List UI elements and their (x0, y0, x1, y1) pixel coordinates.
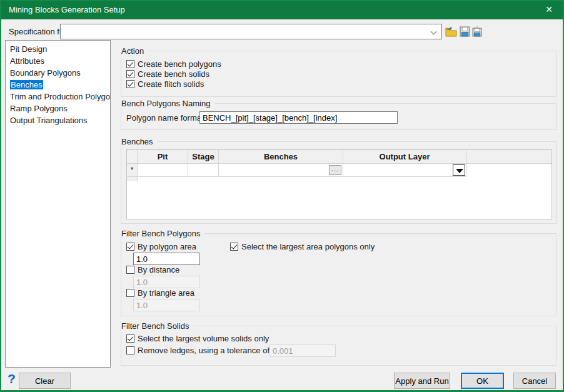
column-header-filler (466, 150, 551, 164)
cell-filler (466, 164, 551, 177)
group-action-title: Action (121, 46, 148, 56)
sidebar-item-ramp-polygons[interactable]: Ramp Polygons (6, 103, 110, 114)
sidebar-item-trim-and-production-polygons[interactable]: Trim and Production Polygons (6, 91, 110, 103)
cell-benches[interactable]: ... (219, 164, 343, 177)
sidebar-item-boundary-polygons[interactable]: Boundary Polygons (6, 67, 110, 79)
group-filter-bench-solids: Filter Bench Solids Select the largest v… (121, 326, 556, 366)
group-naming-title: Bench Polygons Naming (121, 99, 214, 108)
checkbox-unchecked-icon (126, 289, 134, 297)
new-row-marker[interactable]: * (127, 164, 138, 177)
dropdown-arrow-button[interactable] (453, 164, 465, 176)
group-filter-bench-polygons: Filter Bench Polygons By polygon area Se… (121, 233, 556, 316)
ok-button[interactable]: OK (461, 373, 504, 389)
checkbox-by-distance[interactable]: By distance (126, 265, 179, 274)
checkbox-checked-icon (126, 243, 134, 251)
benches-table-header: Pit Stage Benches Output Layer (127, 150, 551, 164)
benches-table: Pit Stage Benches Output Layer * ... (126, 149, 552, 219)
cell-stage[interactable] (188, 164, 219, 177)
checkbox-checked-icon (126, 80, 134, 88)
group-bench-polygons-naming: Bench Polygons Naming Polygon name forma… (121, 103, 556, 130)
column-header-row-selector (127, 150, 138, 164)
group-filter-solids-title: Filter Bench Solids (121, 321, 193, 331)
sidebar-item-attributes[interactable]: Attributes (6, 55, 110, 67)
checkbox-create-flitch-solids[interactable]: Create flitch solids (126, 79, 204, 89)
polygon-name-format-label: Polygon name format (126, 113, 204, 123)
checkbox-select-largest-area-polygons[interactable]: Select the largest area polygons only (230, 242, 375, 251)
row-header-stub (127, 177, 138, 181)
checkbox-remove-ledges[interactable]: Remove ledges, using a tolerance of (126, 346, 269, 355)
polygon-name-format-input[interactable] (199, 111, 398, 124)
pages-list: Pit Design Attributes Boundary Polygons … (5, 40, 111, 368)
save-as-icon[interactable] (471, 26, 483, 37)
group-action: Action Create bench polygons Create benc… (121, 51, 556, 97)
titlebar: Mining Blocks Generation Setup ✕ (0, 0, 564, 19)
by-triangle-area-input (133, 299, 200, 311)
apply-and-run-button[interactable]: Apply and Run (394, 373, 450, 389)
group-filter-polygons-title: Filter Bench Polygons (121, 229, 204, 238)
window-title: Mining Blocks Generation Setup (9, 0, 125, 19)
by-distance-input (133, 276, 200, 288)
close-icon[interactable]: ✕ (536, 0, 561, 19)
dialog-mining-blocks-generation-setup: Mining Blocks Generation Setup ✕ Specifi… (0, 0, 564, 392)
group-benches-title: Benches (121, 137, 158, 146)
column-header-output-layer: Output Layer (343, 150, 466, 164)
checkbox-by-triangle-area[interactable]: By triangle area (126, 288, 194, 298)
checkbox-checked-icon (126, 334, 134, 343)
column-header-stage: Stage (188, 150, 219, 164)
sidebar-item-benches[interactable]: Benches (6, 79, 110, 91)
save-icon[interactable] (459, 26, 471, 37)
remove-ledges-tolerance-input (269, 344, 336, 357)
group-benches: Benches Pit Stage Benches Output Layer *… (121, 141, 556, 224)
specification-file-input[interactable] (62, 25, 428, 38)
checkbox-unchecked-icon (126, 266, 134, 274)
specification-file-combobox[interactable] (60, 24, 442, 39)
open-folder-icon[interactable] (445, 26, 457, 37)
checkbox-checked-icon (230, 243, 238, 251)
checkbox-checked-icon (126, 60, 134, 68)
column-header-benches: Benches (219, 150, 343, 164)
checkbox-by-polygon-area[interactable]: By polygon area (126, 242, 196, 251)
by-polygon-area-input[interactable] (133, 253, 200, 265)
checkbox-create-bench-solids[interactable]: Create bench solids (126, 69, 209, 79)
table-row: * ... (127, 164, 551, 177)
checkbox-create-bench-polygons[interactable]: Create bench polygons (126, 59, 221, 69)
clear-button[interactable]: Clear (19, 373, 71, 389)
ellipsis-button[interactable]: ... (329, 165, 341, 175)
sidebar-item-output-triangulations[interactable]: Output Triangulations (6, 114, 110, 126)
help-icon[interactable]: ? (8, 371, 16, 386)
cell-pit[interactable] (138, 164, 188, 177)
cell-output-layer[interactable] (343, 164, 466, 177)
checkbox-checked-icon (126, 70, 134, 78)
specification-file-label: Specification file (9, 27, 68, 36)
checkbox-unchecked-icon (126, 346, 134, 354)
sidebar-item-pit-design[interactable]: Pit Design (6, 43, 110, 55)
checkbox-select-largest-volume-solids[interactable]: Select the largest volume solids only (126, 334, 269, 343)
column-header-pit: Pit (138, 150, 188, 164)
cancel-button[interactable]: Cancel (513, 373, 556, 389)
chevron-down-icon[interactable] (431, 29, 436, 34)
